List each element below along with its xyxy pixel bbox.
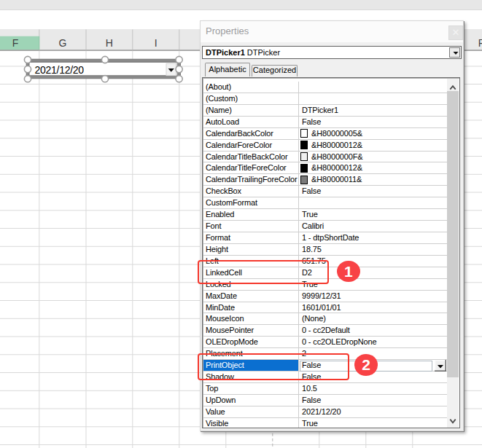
svg-text:P: P — [478, 37, 482, 49]
svg-text:F: F — [12, 37, 19, 49]
svg-text:I: I — [155, 37, 158, 49]
svg-text:2021/12/20: 2021/12/20 — [35, 64, 85, 76]
svg-text:G: G — [58, 37, 66, 49]
svg-text:H: H — [106, 37, 113, 49]
